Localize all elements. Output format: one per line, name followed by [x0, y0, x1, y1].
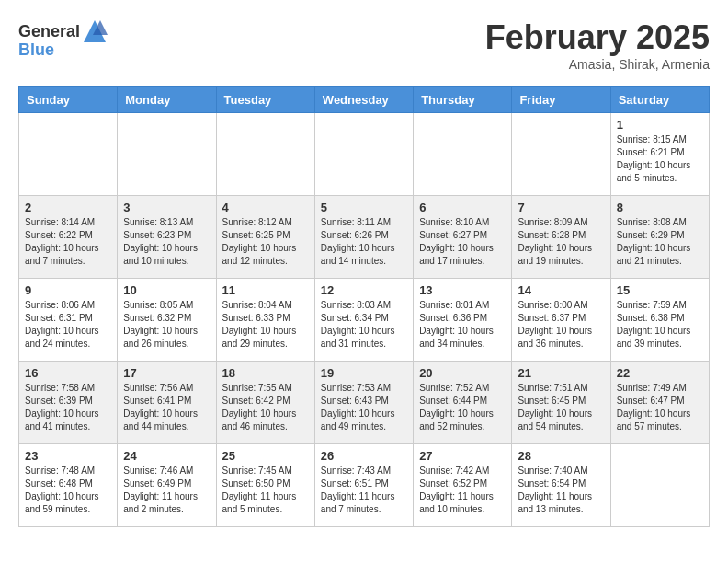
- day-number: 19: [321, 366, 407, 380]
- day-number: 24: [123, 449, 210, 463]
- calendar-cell: 5Sunrise: 8:11 AM Sunset: 6:26 PM Daylig…: [314, 196, 413, 279]
- calendar-cell: 4Sunrise: 8:12 AM Sunset: 6:25 PM Daylig…: [216, 196, 314, 279]
- day-number: 25: [222, 449, 309, 463]
- calendar-cell: 11Sunrise: 8:04 AM Sunset: 6:33 PM Dayli…: [216, 279, 314, 362]
- day-info: Sunrise: 7:48 AM Sunset: 6:48 PM Dayligh…: [25, 465, 111, 516]
- calendar-cell: 12Sunrise: 8:03 AM Sunset: 6:34 PM Dayli…: [314, 279, 413, 362]
- day-number: 17: [123, 366, 210, 380]
- location-subtitle: Amasia, Shirak, Armenia: [485, 57, 710, 72]
- day-number: 11: [222, 283, 309, 297]
- day-info: Sunrise: 8:06 AM Sunset: 6:31 PM Dayligh…: [25, 299, 111, 350]
- day-info: Sunrise: 7:53 AM Sunset: 6:43 PM Dayligh…: [321, 382, 407, 433]
- calendar-cell: 22Sunrise: 7:49 AM Sunset: 6:47 PM Dayli…: [610, 362, 709, 444]
- day-number: 16: [25, 366, 111, 380]
- day-number: 14: [518, 283, 604, 297]
- calendar-cell: [414, 113, 512, 196]
- calendar-cell: [512, 113, 610, 196]
- page-header: General Blue February 2025 Amasia, Shira…: [18, 18, 710, 72]
- header-saturday: Saturday: [610, 87, 709, 113]
- calendar-cell: 13Sunrise: 8:01 AM Sunset: 6:36 PM Dayli…: [414, 279, 512, 362]
- header-tuesday: Tuesday: [216, 87, 314, 113]
- day-info: Sunrise: 7:56 AM Sunset: 6:41 PM Dayligh…: [123, 382, 210, 433]
- calendar-cell: 18Sunrise: 7:55 AM Sunset: 6:42 PM Dayli…: [216, 362, 314, 444]
- calendar-cell: [314, 113, 413, 196]
- calendar-cell: 9Sunrise: 8:06 AM Sunset: 6:31 PM Daylig…: [19, 279, 118, 362]
- day-number: 13: [419, 283, 506, 297]
- week-row-5: 23Sunrise: 7:48 AM Sunset: 6:48 PM Dayli…: [19, 444, 710, 527]
- day-info: Sunrise: 7:40 AM Sunset: 6:54 PM Dayligh…: [518, 465, 604, 516]
- day-number: 22: [617, 366, 703, 380]
- week-row-2: 2Sunrise: 8:14 AM Sunset: 6:22 PM Daylig…: [19, 196, 710, 279]
- calendar-cell: 10Sunrise: 8:05 AM Sunset: 6:32 PM Dayli…: [118, 279, 216, 362]
- calendar-cell: 17Sunrise: 7:56 AM Sunset: 6:41 PM Dayli…: [118, 362, 216, 444]
- calendar-cell: 27Sunrise: 7:42 AM Sunset: 6:52 PM Dayli…: [414, 444, 512, 527]
- calendar-cell: 19Sunrise: 7:53 AM Sunset: 6:43 PM Dayli…: [314, 362, 413, 444]
- calendar-cell: 20Sunrise: 7:52 AM Sunset: 6:44 PM Dayli…: [414, 362, 512, 444]
- day-number: 23: [25, 449, 111, 463]
- week-row-1: 1Sunrise: 8:15 AM Sunset: 6:21 PM Daylig…: [19, 113, 710, 196]
- calendar-cell: 26Sunrise: 7:43 AM Sunset: 6:51 PM Dayli…: [314, 444, 413, 527]
- day-number: 2: [25, 201, 111, 214]
- calendar-cell: [610, 444, 709, 527]
- header-monday: Monday: [118, 87, 216, 113]
- logo-blue: Blue: [18, 40, 54, 60]
- day-number: 10: [123, 283, 210, 297]
- calendar-cell: 15Sunrise: 7:59 AM Sunset: 6:38 PM Dayli…: [610, 279, 709, 362]
- logo: General Blue: [18, 18, 108, 60]
- logo-general: General: [18, 22, 80, 41]
- day-info: Sunrise: 8:04 AM Sunset: 6:33 PM Dayligh…: [222, 299, 309, 350]
- weekday-header-row: Sunday Monday Tuesday Wednesday Thursday…: [19, 87, 710, 113]
- day-info: Sunrise: 7:58 AM Sunset: 6:39 PM Dayligh…: [25, 382, 111, 433]
- day-info: Sunrise: 8:00 AM Sunset: 6:37 PM Dayligh…: [518, 299, 604, 350]
- day-info: Sunrise: 8:12 AM Sunset: 6:25 PM Dayligh…: [222, 216, 309, 268]
- month-title: February 2025: [485, 18, 710, 57]
- calendar-cell: [216, 113, 314, 196]
- day-info: Sunrise: 8:13 AM Sunset: 6:23 PM Dayligh…: [123, 216, 210, 268]
- day-info: Sunrise: 8:05 AM Sunset: 6:32 PM Dayligh…: [123, 299, 210, 350]
- day-info: Sunrise: 8:14 AM Sunset: 6:22 PM Dayligh…: [25, 216, 111, 268]
- calendar-cell: 28Sunrise: 7:40 AM Sunset: 6:54 PM Dayli…: [512, 444, 610, 527]
- day-info: Sunrise: 8:15 AM Sunset: 6:21 PM Dayligh…: [617, 133, 703, 185]
- calendar-cell: 23Sunrise: 7:48 AM Sunset: 6:48 PM Dayli…: [19, 444, 118, 527]
- day-number: 7: [518, 201, 604, 214]
- calendar-cell: 8Sunrise: 8:08 AM Sunset: 6:29 PM Daylig…: [610, 196, 709, 279]
- day-info: Sunrise: 8:01 AM Sunset: 6:36 PM Dayligh…: [419, 299, 506, 350]
- day-number: 1: [617, 118, 703, 132]
- calendar-cell: 24Sunrise: 7:46 AM Sunset: 6:49 PM Dayli…: [118, 444, 216, 527]
- calendar-cell: 2Sunrise: 8:14 AM Sunset: 6:22 PM Daylig…: [19, 196, 118, 279]
- calendar-cell: [19, 113, 118, 196]
- day-info: Sunrise: 8:03 AM Sunset: 6:34 PM Dayligh…: [321, 299, 407, 350]
- header-wednesday: Wednesday: [314, 87, 413, 113]
- week-row-4: 16Sunrise: 7:58 AM Sunset: 6:39 PM Dayli…: [19, 362, 710, 444]
- header-thursday: Thursday: [414, 87, 512, 113]
- day-number: 12: [321, 283, 407, 297]
- day-number: 21: [518, 366, 604, 380]
- day-number: 9: [25, 283, 111, 297]
- day-number: 8: [617, 201, 703, 214]
- calendar-cell: [118, 113, 216, 196]
- day-info: Sunrise: 8:08 AM Sunset: 6:29 PM Dayligh…: [617, 216, 703, 268]
- day-number: 26: [321, 449, 407, 463]
- day-info: Sunrise: 7:55 AM Sunset: 6:42 PM Dayligh…: [222, 382, 309, 433]
- day-number: 27: [419, 449, 506, 463]
- day-number: 28: [518, 449, 604, 463]
- calendar-cell: 21Sunrise: 7:51 AM Sunset: 6:45 PM Dayli…: [512, 362, 610, 444]
- week-row-3: 9Sunrise: 8:06 AM Sunset: 6:31 PM Daylig…: [19, 279, 710, 362]
- day-info: Sunrise: 7:51 AM Sunset: 6:45 PM Dayligh…: [518, 382, 604, 433]
- day-info: Sunrise: 7:49 AM Sunset: 6:47 PM Dayligh…: [617, 382, 703, 433]
- calendar-cell: 7Sunrise: 8:09 AM Sunset: 6:28 PM Daylig…: [512, 196, 610, 279]
- day-info: Sunrise: 7:43 AM Sunset: 6:51 PM Dayligh…: [321, 465, 407, 516]
- day-info: Sunrise: 7:45 AM Sunset: 6:50 PM Dayligh…: [222, 465, 309, 516]
- calendar-table: Sunday Monday Tuesday Wednesday Thursday…: [18, 86, 710, 527]
- header-friday: Friday: [512, 87, 610, 113]
- day-number: 4: [222, 201, 309, 214]
- day-info: Sunrise: 7:46 AM Sunset: 6:49 PM Dayligh…: [123, 465, 210, 516]
- calendar-cell: 6Sunrise: 8:10 AM Sunset: 6:27 PM Daylig…: [414, 196, 512, 279]
- calendar-cell: 3Sunrise: 8:13 AM Sunset: 6:23 PM Daylig…: [118, 196, 216, 279]
- day-number: 18: [222, 366, 309, 380]
- day-info: Sunrise: 8:09 AM Sunset: 6:28 PM Dayligh…: [518, 216, 604, 268]
- day-info: Sunrise: 7:42 AM Sunset: 6:52 PM Dayligh…: [419, 465, 506, 516]
- calendar-cell: 1Sunrise: 8:15 AM Sunset: 6:21 PM Daylig…: [610, 113, 709, 196]
- day-number: 3: [123, 201, 210, 214]
- day-number: 5: [321, 201, 407, 214]
